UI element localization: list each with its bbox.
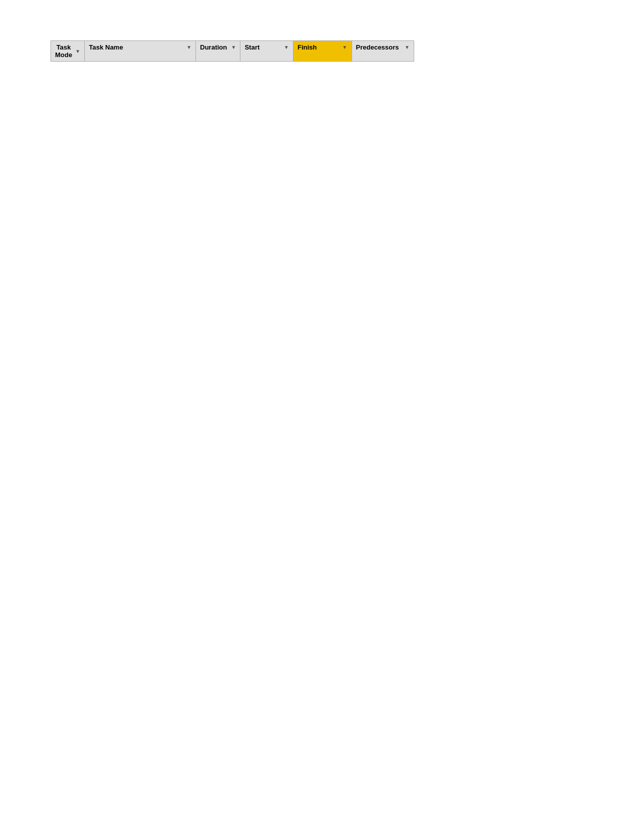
th-task-name: Task Name ▼ (84, 41, 195, 62)
th-finish-label: Finish (298, 43, 317, 51)
th-start-label: Start (244, 43, 260, 51)
th-predecessors-arrow[interactable]: ▼ (405, 44, 410, 50)
th-task-mode-label: TaskMode (55, 43, 72, 59)
th-predecessors: Predecessors ▼ (352, 41, 414, 62)
th-start-arrow[interactable]: ▼ (284, 44, 289, 50)
th-duration-arrow[interactable]: ▼ (231, 44, 236, 50)
th-start: Start ▼ (240, 41, 293, 62)
th-finish-arrow[interactable]: ▼ (342, 44, 348, 50)
th-task-mode-arrow[interactable]: ▼ (75, 49, 80, 54)
gantt-table: TaskMode ▼ Task Name ▼ Duration ▼ Start (51, 40, 414, 62)
th-finish: Finish ▼ (293, 41, 352, 62)
th-duration: Duration ▼ (196, 41, 240, 62)
network-diagram (51, 80, 414, 161)
th-task-name-label: Task Name (89, 43, 123, 51)
th-predecessors-label: Predecessors (356, 43, 399, 51)
th-duration-label: Duration (200, 43, 227, 51)
th-task-name-arrow[interactable]: ▼ (186, 44, 191, 50)
th-task-mode: TaskMode ▼ (51, 41, 85, 62)
